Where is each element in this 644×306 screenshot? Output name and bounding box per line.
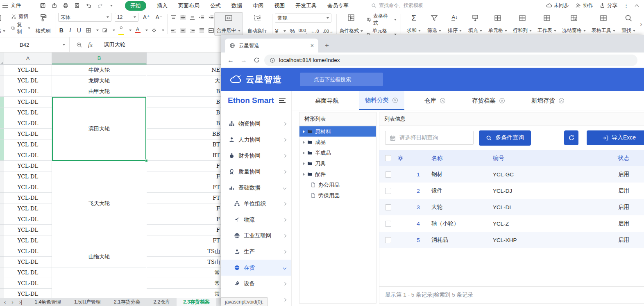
app-nav-tab[interactable]: 新增存货 [525, 91, 571, 110]
grid-cell[interactable]: YCL-DL [4, 278, 52, 289]
tree-item[interactable]: 劳保用品 [299, 190, 376, 201]
grid-cell[interactable]: YCL-DL [4, 171, 52, 182]
table-row[interactable]: 3 大轮 YCL-DL 启用 [379, 199, 644, 215]
refresh-button[interactable] [564, 130, 578, 145]
grid-cell[interactable]: YCL-DL [4, 235, 52, 246]
sheet-tab[interactable]: 1.5用户管理 [68, 298, 107, 306]
row-number[interactable]: 3 [409, 204, 427, 210]
back-icon[interactable]: ← [225, 57, 236, 64]
grid-cell[interactable]: YCL-DL [4, 150, 52, 161]
align-right-icon[interactable] [189, 28, 195, 33]
ribbon-tab[interactable]: 视图 [274, 2, 285, 9]
grid-cell[interactable]: YCL-DL [4, 107, 52, 118]
app-nav-tab[interactable]: 物料分类 [359, 91, 404, 110]
sidebar-item-production[interactable]: 生产 [221, 244, 291, 260]
reload-icon[interactable] [252, 57, 262, 63]
grid-cell[interactable]: B [147, 118, 222, 129]
grid-cell[interactable]: YCL-DL [4, 118, 52, 129]
tree-caret-icon[interactable] [303, 141, 305, 144]
undo-icon[interactable] [86, 2, 92, 9]
select-all-corner[interactable] [0, 53, 4, 64]
fx-icon[interactable]: fx [88, 41, 93, 48]
tree-caret-icon[interactable] [303, 173, 305, 176]
select-all-checkbox[interactable] [385, 155, 391, 161]
ribbon-tab[interactable]: 开始 [125, 1, 146, 11]
row-header[interactable] [0, 86, 4, 97]
tree-item[interactable]: 成品 [299, 137, 376, 147]
grid-cell[interactable]: YCL-DL [4, 214, 52, 225]
row-number[interactable]: 2 [409, 188, 427, 194]
decrease-decimal-button[interactable]: .00→ [323, 29, 333, 34]
close-circle-icon[interactable] [558, 98, 565, 104]
ribbon-big-button[interactable]: 筛选 [424, 12, 444, 36]
grid-cell[interactable]: YCL-DL [4, 75, 52, 86]
grid-merged-cell[interactable]: 飞天大轮 [52, 161, 146, 246]
row-header[interactable] [0, 289, 4, 298]
table-style-button[interactable]: 表格样式 [365, 12, 398, 27]
app-nav-tab[interactable]: 桌面导航 [309, 91, 345, 110]
grid-cell[interactable]: B [147, 97, 222, 107]
share-button[interactable]: 分享 [599, 2, 617, 9]
column-header-code[interactable]: 编号 [493, 155, 601, 162]
forward-icon[interactable]: → [238, 57, 249, 64]
grid-cell[interactable]: B [147, 107, 222, 118]
ribbon-tab[interactable]: 会员专享 [327, 2, 349, 9]
grid-cell[interactable]: YCL-DL [4, 225, 52, 235]
row-checkbox[interactable] [385, 188, 391, 194]
app-nav-tab[interactable]: 存货档案 [466, 91, 511, 110]
row-header[interactable] [0, 171, 4, 182]
cut-button[interactable]: 剪切 [10, 13, 32, 21]
row-header[interactable] [0, 214, 4, 225]
grid-cell[interactable]: YCL-DL [4, 86, 52, 97]
grid-cell[interactable]: NE [147, 65, 222, 75]
import-excel-button[interactable]: 导入Exce [587, 130, 644, 145]
grid-cell[interactable]: F [147, 161, 222, 171]
grid-cell[interactable]: YCL-DL [4, 267, 52, 278]
row-header[interactable] [0, 235, 4, 246]
sidebar-item-logistics[interactable]: 物流 [221, 212, 291, 228]
borders-caret-icon[interactable] [96, 30, 99, 31]
row-header[interactable] [0, 107, 4, 118]
export-icon[interactable] [51, 2, 57, 9]
sheet-tab[interactable]: 2.3存货档案 [177, 298, 216, 306]
row-header[interactable] [0, 139, 4, 150]
ribbon-big-button[interactable]: 查找 [619, 12, 638, 36]
row-number[interactable]: 5 [409, 237, 427, 243]
gear-icon[interactable] [391, 155, 409, 161]
tree-item[interactable]: 原材料 [299, 126, 376, 137]
selected-cell[interactable]: 滨田大轮 [52, 97, 146, 161]
row-header[interactable] [0, 182, 4, 193]
row-header[interactable] [0, 193, 4, 203]
copy-button[interactable]: 复制 [10, 21, 32, 36]
column-header-b[interactable]: B [52, 53, 147, 64]
grid-cell[interactable]: TS山 [147, 246, 222, 257]
grid-cell[interactable]: YCL-DL [4, 161, 52, 171]
grid-cell[interactable]: BB [147, 129, 222, 139]
ribbon-overflow-button[interactable]: › [638, 11, 644, 37]
close-circle-icon[interactable] [499, 98, 505, 104]
row-header[interactable] [0, 257, 4, 267]
row-number[interactable]: 1 [409, 171, 427, 178]
table-row[interactable]: 5 消耗品 YCL-XHP 启用 [379, 232, 644, 248]
row-checkbox[interactable] [385, 171, 391, 178]
row-header[interactable] [0, 118, 4, 129]
ribbon-tab[interactable]: 数据 [231, 2, 242, 9]
new-tab-button[interactable]: + [322, 40, 332, 51]
distribute-icon[interactable] [208, 28, 214, 33]
sync-status[interactable]: 未同步 [546, 2, 569, 9]
row-header[interactable] [0, 129, 4, 139]
italic-button[interactable]: I [68, 27, 73, 34]
ribbon-big-button[interactable]: 表格工具 [589, 12, 618, 36]
align-top-icon[interactable] [170, 15, 177, 20]
grid-cell[interactable]: F [147, 225, 222, 235]
grid-cell[interactable]: YCL-DL [4, 203, 52, 214]
row-header-strip[interactable] [0, 65, 4, 298]
align-center-icon[interactable] [180, 28, 186, 33]
collaborate-button[interactable]: 协作 [575, 2, 593, 9]
row-header[interactable] [0, 97, 4, 107]
grid-column-c[interactable]: NE大BBBBBBBTBTFFFTFTFFFFTTS山TS山常常常 [147, 65, 223, 298]
sidebar-item-inventory[interactable]: 存货 [221, 260, 291, 276]
font-size-select[interactable]: 12 [115, 13, 138, 22]
grid-cell[interactable]: YCL-DL [4, 139, 52, 150]
hamburger-menu-icon[interactable] [279, 98, 286, 103]
